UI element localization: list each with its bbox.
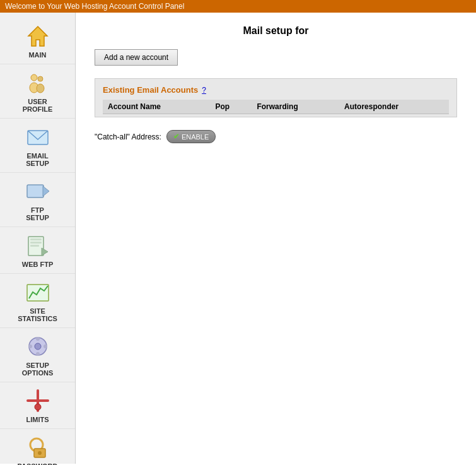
- top-bar: Welcome to Your Web Hosting Account Cont…: [0, 0, 476, 13]
- catchall-label: "Catch-all" Address:: [95, 132, 161, 141]
- enable-label: ENABLE: [182, 133, 209, 141]
- svg-rect-11: [30, 245, 39, 247]
- sidebar-item-main[interactable]: MAIN: [0, 18, 75, 64]
- svg-marker-0: [28, 26, 47, 46]
- svg-point-4: [37, 84, 44, 93]
- ftp-setup-icon: [25, 178, 51, 204]
- main-icon: [25, 23, 51, 49]
- sidebar-item-user-profile-label: USER PROFILE: [23, 98, 53, 113]
- svg-point-19: [44, 344, 47, 348]
- svg-rect-9: [30, 238, 42, 240]
- sidebar-item-site-statistics[interactable]: SITE STATISTICS: [0, 274, 75, 328]
- existing-accounts-section: Existing Email Accounts ? Account Name P…: [95, 78, 457, 117]
- site-statistics-icon: [25, 279, 51, 305]
- sidebar-item-limits[interactable]: LIMITS: [0, 382, 75, 429]
- enable-button[interactable]: ✔ ENABLE: [166, 130, 216, 143]
- setup-options-icon: [25, 333, 51, 360]
- sidebar-item-ftp-label: FTP SETUP: [26, 206, 49, 221]
- add-new-account-button[interactable]: Add a new account: [95, 49, 178, 66]
- sidebar-item-main-label: MAIN: [28, 51, 46, 59]
- sidebar-item-password-label: PASSWORD PROTECT DOCS: [18, 462, 58, 465]
- svg-rect-6: [27, 185, 44, 197]
- sidebar-item-email-label: EMAIL SETUP: [26, 152, 49, 167]
- svg-rect-10: [30, 242, 42, 244]
- sidebar-item-stats-label: SITE STATISTICS: [18, 307, 57, 322]
- sidebar-item-webftp-label: WEB FTP: [22, 261, 54, 268]
- sidebar-item-password-protect[interactable]: PASSWORD PROTECT DOCS: [0, 429, 75, 465]
- main-content: Mail setup for Add a new account Existin…: [76, 13, 476, 464]
- user-profile-icon: [25, 69, 51, 96]
- sidebar-item-user-profile[interactable]: USER PROFILE: [0, 64, 75, 119]
- svg-point-25: [38, 451, 42, 455]
- check-icon: ✔: [173, 132, 179, 141]
- col-autoresponder: Autoresponder: [339, 100, 449, 114]
- svg-marker-12: [42, 248, 48, 256]
- web-ftp-icon: [25, 232, 51, 259]
- svg-point-22: [35, 404, 41, 410]
- col-pop: Pop: [211, 100, 252, 114]
- sidebar-item-setup-options[interactable]: SETUP OPTIONS: [0, 328, 75, 382]
- limits-icon: [25, 387, 51, 414]
- sidebar-item-limits-label: LIMITS: [26, 416, 49, 423]
- svg-point-1: [31, 74, 37, 81]
- sidebar-item-web-ftp[interactable]: WEB FTP: [0, 227, 75, 274]
- svg-point-17: [36, 352, 40, 356]
- svg-point-15: [35, 343, 41, 350]
- sidebar: MAIN USER PROFILE EMAIL S: [0, 13, 76, 464]
- sidebar-item-setup-label: SETUP OPTIONS: [22, 362, 54, 377]
- svg-point-3: [38, 76, 43, 81]
- section-title: Existing Email Accounts: [103, 85, 198, 95]
- top-bar-text: Welcome to Your Web Hosting Account Cont…: [5, 2, 184, 11]
- svg-point-18: [28, 344, 32, 348]
- page-title: Mail setup for: [95, 25, 457, 37]
- svg-point-16: [36, 337, 40, 341]
- sidebar-item-ftp-setup[interactable]: FTP SETUP: [0, 173, 75, 227]
- accounts-table: Account Name Pop Forwarding Autoresponde…: [103, 100, 449, 114]
- sidebar-item-email-setup[interactable]: EMAIL SETUP: [0, 119, 75, 173]
- col-account-name: Account Name: [103, 100, 211, 114]
- help-link[interactable]: ?: [202, 86, 206, 95]
- section-header: Existing Email Accounts ?: [103, 85, 449, 95]
- svg-marker-7: [43, 186, 49, 196]
- col-forwarding: Forwarding: [252, 100, 339, 114]
- password-protect-icon: [25, 434, 51, 461]
- email-setup-icon: [25, 124, 51, 150]
- catchall-section: "Catch-all" Address: ✔ ENABLE: [95, 130, 457, 143]
